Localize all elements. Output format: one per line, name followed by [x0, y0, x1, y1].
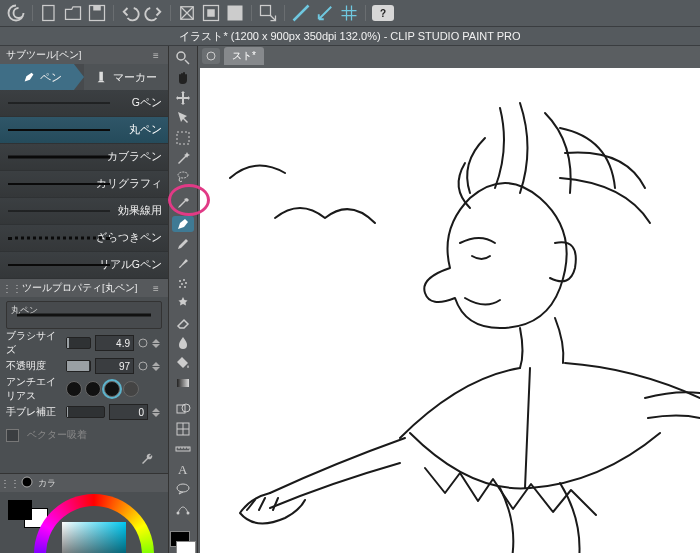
- svg-point-21: [184, 286, 186, 288]
- svg-point-18: [181, 283, 183, 285]
- help-button[interactable]: ?: [372, 5, 394, 21]
- svg-rect-6: [228, 6, 243, 21]
- new-icon[interactable]: [39, 4, 59, 22]
- snap-grid-icon[interactable]: [339, 4, 359, 22]
- brush-size-value[interactable]: 4.9: [95, 335, 134, 351]
- opacity-label: 不透明度: [6, 359, 62, 373]
- antialias-label: アンチエイリアス: [6, 375, 62, 403]
- vector-snap-label: ベクター吸着: [27, 428, 87, 442]
- snap-special-icon[interactable]: [315, 4, 335, 22]
- opacity-stepper[interactable]: [152, 359, 162, 373]
- tab-marker[interactable]: マーカー: [84, 64, 168, 90]
- pen-tool-icon[interactable]: [172, 216, 194, 233]
- tab-pen[interactable]: ペン: [0, 64, 84, 90]
- spanner-icon[interactable]: [140, 451, 156, 467]
- fill-tool-icon[interactable]: [172, 354, 194, 371]
- panel-menu-icon[interactable]: ≡: [150, 282, 162, 294]
- correct-line-icon[interactable]: [172, 500, 194, 517]
- save-icon[interactable]: [87, 4, 107, 22]
- hand-icon[interactable]: [172, 70, 194, 87]
- text-icon[interactable]: A: [172, 461, 194, 478]
- subtool-item-marupen[interactable]: 丸ペン: [0, 117, 168, 144]
- subtool-item-realg[interactable]: リアルGペン: [0, 252, 168, 279]
- opacity-slider[interactable]: [66, 360, 91, 372]
- pressure-icon[interactable]: [138, 337, 148, 349]
- aa-option-strong[interactable]: [123, 381, 139, 397]
- toolbar-swatch[interactable]: [170, 527, 196, 553]
- panel-grip-icon[interactable]: ⋮⋮: [6, 282, 18, 294]
- stabilize-slider[interactable]: [66, 406, 105, 418]
- fill-icon[interactable]: [225, 4, 245, 22]
- aa-option-weak[interactable]: [85, 381, 101, 397]
- color-tab-label: カラ: [38, 477, 56, 490]
- delete-icon[interactable]: [177, 4, 197, 22]
- aa-option-none[interactable]: [66, 381, 82, 397]
- color-tab[interactable]: [20, 476, 34, 490]
- lasso-icon[interactable]: [172, 169, 194, 186]
- subtool-item-effect[interactable]: 効果線用: [0, 198, 168, 225]
- pencil-icon[interactable]: [172, 235, 194, 252]
- vector-snap-checkbox[interactable]: [6, 429, 19, 442]
- doc-menu-icon[interactable]: [202, 48, 220, 64]
- svg-point-31: [207, 52, 215, 60]
- gradient-icon[interactable]: [172, 374, 194, 391]
- tool-column: A: [169, 46, 198, 553]
- panel-menu-icon[interactable]: ≡: [150, 49, 162, 61]
- snap-ruler-icon[interactable]: [291, 4, 311, 22]
- operation-icon[interactable]: [172, 110, 194, 127]
- blend-icon[interactable]: [172, 335, 194, 352]
- brush-size-stepper[interactable]: [152, 336, 162, 350]
- document-tab[interactable]: スト*: [224, 47, 264, 65]
- frame-icon[interactable]: [172, 421, 194, 438]
- svg-point-9: [139, 339, 147, 347]
- toolprop-header-label: ツールプロパティ[丸ペン]: [22, 282, 137, 295]
- undo-icon[interactable]: [120, 4, 140, 22]
- subtool-item-rough[interactable]: ざらつきペン: [0, 225, 168, 252]
- move-icon[interactable]: [172, 90, 194, 107]
- svg-point-16: [179, 280, 181, 282]
- svg-point-19: [185, 282, 187, 284]
- decoration-icon[interactable]: [172, 295, 194, 312]
- wand-icon[interactable]: [172, 149, 194, 166]
- clear-outside-icon[interactable]: [201, 4, 221, 22]
- airbrush-icon[interactable]: [172, 275, 194, 292]
- svg-point-20: [179, 286, 181, 288]
- stabilize-value[interactable]: 0: [109, 404, 148, 420]
- eraser-icon[interactable]: [172, 315, 194, 332]
- canvas[interactable]: [200, 68, 700, 553]
- top-toolbar: ?: [0, 0, 700, 27]
- svg-point-13: [177, 52, 185, 60]
- open-icon[interactable]: [63, 4, 83, 22]
- subtool-item-kabura[interactable]: カブラペン: [0, 144, 168, 171]
- redo-icon[interactable]: [144, 4, 164, 22]
- brush-preview: 丸ペン: [6, 301, 162, 329]
- brush-size-label: ブラシサイズ: [6, 329, 62, 357]
- svg-point-10: [139, 362, 147, 370]
- eyedropper-icon[interactable]: [172, 196, 194, 213]
- marquee-icon[interactable]: [172, 129, 194, 146]
- toolprop-panel-header: ⋮⋮ ツールプロパティ[丸ペン] ≡: [0, 279, 168, 297]
- panel-grip-icon[interactable]: ⋮⋮: [4, 477, 16, 489]
- spiral-icon[interactable]: [6, 4, 26, 22]
- opacity-value[interactable]: 97: [95, 358, 134, 374]
- svg-point-17: [183, 279, 185, 281]
- aa-option-mid[interactable]: [104, 381, 120, 397]
- stabilize-label: 手ブレ補正: [6, 405, 62, 419]
- brush-size-slider[interactable]: [66, 337, 91, 349]
- balloon-icon[interactable]: [172, 480, 194, 497]
- magnify-icon[interactable]: [172, 50, 194, 67]
- foreground-swatch[interactable]: [8, 500, 32, 520]
- figure-icon[interactable]: [172, 401, 194, 418]
- stabilize-stepper[interactable]: [152, 405, 162, 419]
- svg-point-29: [177, 511, 180, 514]
- svg-text:A: A: [178, 462, 188, 477]
- svg-point-24: [182, 404, 190, 412]
- sv-box[interactable]: [62, 522, 126, 553]
- subtool-item-gpen[interactable]: Gペン: [0, 90, 168, 117]
- scale-icon[interactable]: [258, 4, 278, 22]
- svg-rect-7: [261, 6, 271, 16]
- ruler-icon[interactable]: [172, 441, 194, 458]
- pressure-icon[interactable]: [138, 360, 148, 372]
- brush-icon[interactable]: [172, 255, 194, 272]
- subtool-item-calligraphy[interactable]: カリグラフィ: [0, 171, 168, 198]
